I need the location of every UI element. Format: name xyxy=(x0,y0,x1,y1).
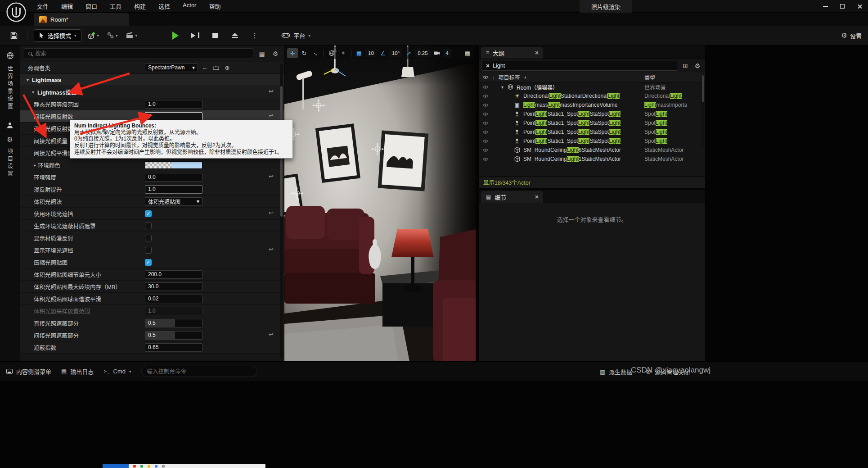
visibility-eye-icon[interactable] xyxy=(482,157,489,161)
person-icon[interactable] xyxy=(7,122,13,130)
outliner-row[interactable]: ▣LightmassLightmassImportanceVolumeLight… xyxy=(479,100,705,109)
setting-input[interactable]: 0.02 xyxy=(145,295,202,303)
menu-item[interactable]: 窗口 xyxy=(81,0,102,12)
rail-tab-world-settings[interactable]: 世界场景设置 xyxy=(6,66,14,110)
world-space-toggle[interactable] xyxy=(326,48,337,58)
visibility-eye-icon[interactable] xyxy=(482,94,489,98)
search-field[interactable] xyxy=(24,48,253,59)
visibility-eye-icon[interactable] xyxy=(482,85,489,89)
outliner-row[interactable]: SM_RoundCeilingLight6StaticMeshActorStat… xyxy=(479,145,705,154)
close-button[interactable] xyxy=(851,0,868,13)
setting-checkbox[interactable]: ✓ xyxy=(145,210,152,217)
outliner-row[interactable]: PointLightStatic1_SpotLightStaSpotLightS… xyxy=(479,136,705,145)
visibility-eye-icon[interactable] xyxy=(482,112,489,116)
content-drawer-button[interactable]: 内容侧滑菜单 xyxy=(6,367,51,376)
scrollbar[interactable] xyxy=(702,74,704,146)
outliner-row[interactable]: ▾Room（编辑器）世界场景 xyxy=(479,82,705,91)
setting-input[interactable]: 30.0 xyxy=(145,282,202,291)
camera-speed-button[interactable] xyxy=(432,48,442,58)
grid-snap-value[interactable]: 10 xyxy=(365,49,377,57)
spectator-class-dropdown[interactable]: SpectatorPawn ▾ xyxy=(145,64,198,72)
scale-snap-toggle[interactable]: ↗ xyxy=(403,48,414,58)
close-icon[interactable] xyxy=(535,195,538,199)
setting-input[interactable]: 1.0 xyxy=(145,307,202,315)
play-options-button[interactable]: ⋮ xyxy=(248,29,261,42)
outliner-search-input[interactable] xyxy=(493,63,674,69)
gear-icon[interactable]: ⚙ xyxy=(693,61,702,71)
save-button[interactable] xyxy=(7,29,21,42)
rotation-snap-value[interactable]: 10° xyxy=(389,49,402,57)
setting-checkbox[interactable] xyxy=(145,247,152,254)
surface-snap-toggle[interactable]: ⌖ xyxy=(338,48,349,58)
use-selected-asset-icon[interactable]: ← xyxy=(200,63,209,72)
viewport-3d[interactable]: ✛ ↻ ↔ ⌖ ▦ 10 ∠ 10° ↗ 0.25 4 ▦ xyxy=(284,45,476,361)
menu-item[interactable]: 编辑 xyxy=(57,0,77,12)
move-tool-button[interactable]: ✛ xyxy=(287,48,298,58)
eject-button[interactable] xyxy=(228,29,242,42)
camera-speed-value[interactable]: 4 xyxy=(443,49,451,57)
reset-to-default-button[interactable]: ↩ xyxy=(269,331,274,338)
menu-item[interactable]: 选择 xyxy=(154,0,175,12)
add-actor-button[interactable]: ▾ xyxy=(86,29,101,42)
scrollbar[interactable] xyxy=(280,64,283,359)
grid-snap-toggle[interactable]: ▦ xyxy=(354,48,364,58)
os-taskbar-sliver[interactable] xyxy=(103,464,265,468)
blueprints-button[interactable]: ▾ xyxy=(105,29,120,42)
expander-icon[interactable]: ▸ xyxy=(34,163,36,168)
subsection-lightmass-settings[interactable]: ▾ Lightmass设置 ↩ xyxy=(20,86,284,98)
rotate-tool-button[interactable]: ↻ xyxy=(299,48,310,58)
close-icon[interactable] xyxy=(535,51,538,55)
add-actor-plus-icon[interactable]: ⊞ xyxy=(680,61,690,71)
section-lightmass[interactable]: ▾ Lightmass xyxy=(20,74,284,86)
reset-to-default-button[interactable]: ↩ xyxy=(269,88,274,95)
photoreal-render-button[interactable]: 照片级渲染 xyxy=(580,0,632,13)
cinematics-button[interactable]: ▾ xyxy=(124,29,139,42)
gear-icon[interactable]: ⚙ xyxy=(270,49,280,59)
select-mode-dropdown[interactable]: 选择模式 ▾ xyxy=(34,29,81,42)
menu-item[interactable]: 工具 xyxy=(105,0,126,12)
skip-frame-button[interactable] xyxy=(189,29,202,42)
plus-icon[interactable]: ⊕ xyxy=(223,63,232,72)
outliner-row[interactable]: ☀DirectionalLightStationarDirectionalLig… xyxy=(479,91,705,100)
setting-input[interactable]: 0.65 xyxy=(145,343,202,352)
setting-checkbox[interactable]: ✓ xyxy=(145,259,152,266)
scrollbar-thumb[interactable] xyxy=(702,75,704,102)
setting-input[interactable]: 0.0 xyxy=(145,173,202,182)
column-item-label[interactable]: 项目标签 xyxy=(499,73,520,81)
tab-outliner[interactable]: ≡ 大纲 xyxy=(481,47,543,59)
rail-tab-project-settings[interactable]: 项目设置 xyxy=(6,148,14,178)
setting-input[interactable]: 1.0 xyxy=(145,185,202,194)
reset-to-default-button[interactable]: ↩ xyxy=(269,246,274,253)
outliner-row[interactable]: PointLightStatic1_SpotLightStaSpotLightS… xyxy=(479,109,705,118)
search-input[interactable] xyxy=(35,50,249,57)
menu-item[interactable]: Actor xyxy=(178,0,201,12)
outliner-row[interactable]: SM_RoundCeilingLight1StaticMeshActorStat… xyxy=(479,154,705,164)
gear-icon[interactable]: ⚙ xyxy=(7,136,13,144)
reset-to-default-button[interactable]: ↩ xyxy=(269,173,274,180)
column-type[interactable]: 类型 xyxy=(644,73,655,81)
outliner-row[interactable]: PointLightStatic1_SpotLightStaSpotLightS… xyxy=(479,118,705,127)
eye-icon[interactable] xyxy=(482,75,489,79)
visibility-eye-icon[interactable] xyxy=(482,130,489,134)
minimize-button[interactable] xyxy=(817,0,834,13)
tab-room-level[interactable]: Room* xyxy=(34,13,129,26)
settings-button[interactable]: ⚙ 设置 xyxy=(841,26,862,45)
color-swatch[interactable] xyxy=(145,161,202,169)
setting-checkbox[interactable] xyxy=(145,223,152,229)
rotation-snap-toggle[interactable]: ∠ xyxy=(378,48,388,58)
reset-to-default-button[interactable]: ↩ xyxy=(269,112,274,119)
outliner-search-field[interactable] xyxy=(481,61,678,71)
tab-details[interactable]: ▤ 细节 xyxy=(481,191,543,203)
setting-input[interactable]: 200.0 xyxy=(145,270,202,279)
maximize-button[interactable] xyxy=(834,0,851,13)
setting-input[interactable]: 0.5 xyxy=(145,331,202,340)
stop-button[interactable] xyxy=(208,29,222,42)
play-button[interactable] xyxy=(169,29,182,42)
pin-column-icon[interactable]: ↓ xyxy=(492,75,495,80)
clear-search-icon[interactable] xyxy=(486,64,489,68)
viewport-layout-button[interactable]: ▦ xyxy=(462,48,473,58)
menu-item[interactable]: 构建 xyxy=(130,0,150,12)
menu-item[interactable]: 帮助 xyxy=(204,0,225,12)
menu-item[interactable]: 文件 xyxy=(32,0,53,12)
setting-checkbox[interactable] xyxy=(145,235,152,241)
